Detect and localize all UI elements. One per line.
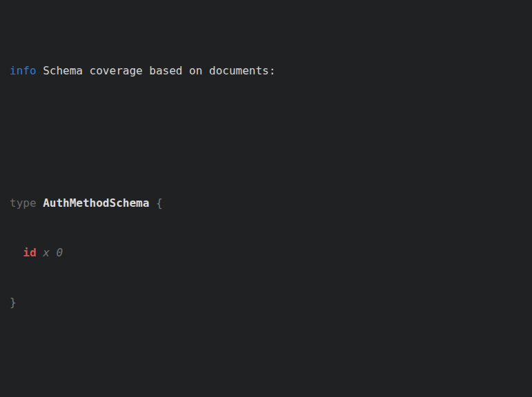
blank-line <box>10 129 526 145</box>
log-level-badge: info <box>10 64 37 77</box>
log-line: info Schema coverage based on documents: <box>10 63 526 79</box>
type-name: AuthMethodSchema <box>43 196 149 210</box>
field-name: id <box>23 246 36 259</box>
terminal-output: info Schema coverage based on documents:… <box>0 0 532 397</box>
type-keyword: type <box>10 196 37 210</box>
log-message: Schema coverage based on documents: <box>43 64 275 77</box>
field-line: id x 0 <box>10 245 526 261</box>
open-brace: { <box>156 196 163 210</box>
close-brace: } <box>10 296 17 309</box>
closing-brace-line: } <box>10 294 526 311</box>
usage-count: x 0 <box>43 246 63 259</box>
type-declaration-authmethodschema: type AuthMethodSchema { <box>10 195 526 212</box>
blank-line <box>10 360 526 377</box>
